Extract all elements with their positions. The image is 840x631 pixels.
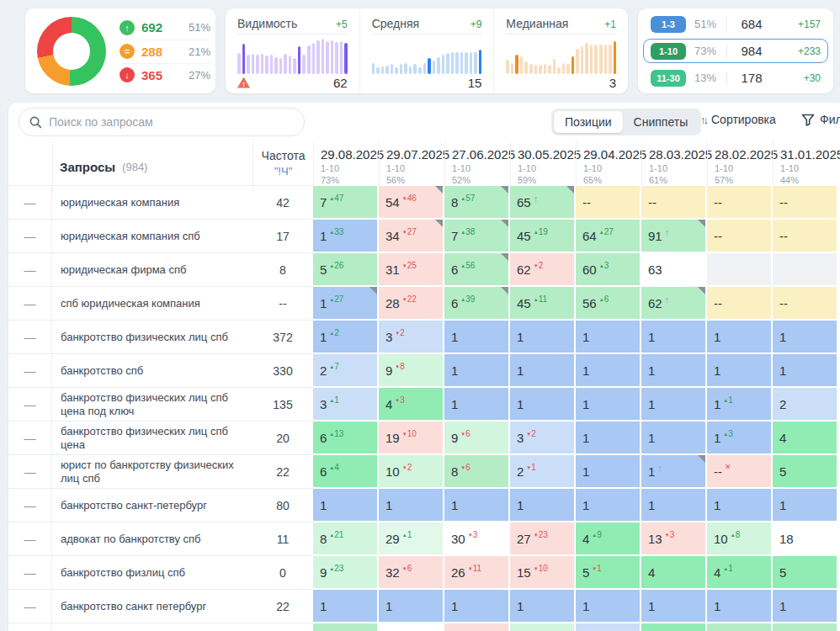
position-cell[interactable]: --	[707, 186, 771, 218]
position-cell[interactable]: 30▼3	[444, 522, 508, 554]
query-cell[interactable]: банкротство физлиц спб	[52, 555, 253, 589]
search-input[interactable]	[49, 115, 294, 129]
position-cell[interactable]: 1	[510, 590, 574, 622]
row-drag-handle[interactable]: —	[8, 522, 52, 555]
position-cell[interactable]: 10▼2	[379, 455, 443, 487]
query-cell[interactable]: юридическая фирма спб	[52, 252, 253, 286]
position-cell[interactable]: 27▼23	[510, 522, 574, 554]
position-cell[interactable]	[444, 623, 508, 631]
position-cell[interactable]: 62↑	[641, 287, 705, 319]
position-cell[interactable]: 1	[576, 590, 640, 622]
query-cell[interactable]: банкротство санкт-петербург	[52, 488, 253, 522]
metric-chart-медианная[interactable]: Медианная+13	[493, 8, 628, 93]
position-cell[interactable]: 1▲2	[313, 321, 377, 353]
sort-button[interactable]: ↑↓ Сортировка	[700, 113, 776, 126]
position-cell[interactable]: 60▲3	[576, 253, 640, 285]
position-cell[interactable]: --	[641, 186, 705, 218]
range-row-11-30[interactable]: 11-3013%178+30	[643, 66, 828, 90]
position-cell[interactable]: 1	[773, 354, 837, 386]
position-cell[interactable]	[576, 623, 640, 631]
position-cell[interactable]: 9▼6	[444, 422, 508, 453]
position-cell[interactable]: 13▼3	[641, 522, 705, 554]
search-box[interactable]	[19, 108, 305, 136]
position-cell[interactable]: 1	[510, 354, 574, 386]
position-cell[interactable]: 1	[641, 388, 705, 420]
row-drag-handle[interactable]: —	[8, 488, 52, 522]
position-cell[interactable]	[313, 623, 377, 631]
position-cell[interactable]: 1	[576, 455, 640, 487]
range-row-1-3[interactable]: 1-351%684+157	[643, 12, 828, 36]
position-cell[interactable]: 34▼27	[379, 220, 443, 252]
query-cell[interactable]: банкротство физических лиц спб цена под …	[52, 387, 253, 421]
position-cell[interactable]: 1	[510, 321, 574, 353]
position-cell[interactable]: 26▼11	[444, 556, 508, 588]
tab-позиции[interactable]: Позиции	[554, 111, 623, 133]
position-cell[interactable]	[773, 253, 837, 285]
row-drag-handle[interactable]: —	[8, 589, 52, 623]
position-cell[interactable]: 4▲1	[707, 556, 771, 588]
position-cell[interactable]: 28▼22	[379, 287, 443, 319]
position-cell[interactable]: 5▼1	[576, 556, 640, 588]
position-cell[interactable]: 4	[641, 556, 705, 588]
query-cell[interactable]: банкротство физических лиц спб	[52, 320, 253, 353]
row-drag-handle[interactable]: —	[8, 219, 52, 252]
position-cell[interactable]: --	[707, 220, 771, 252]
tab-сниппеты[interactable]: Сниппеты	[623, 111, 699, 133]
position-cell[interactable]: 32▼6	[379, 556, 443, 588]
position-cell[interactable]: --✕	[707, 455, 771, 487]
position-cell[interactable]: 4▼3	[379, 388, 443, 420]
position-cell[interactable]: 4▲9	[576, 522, 640, 554]
position-cell[interactable]: 2▲7	[313, 354, 377, 386]
position-cell[interactable]: 1	[641, 590, 705, 622]
row-drag-handle[interactable]: —	[8, 286, 52, 320]
position-cell[interactable]: 1	[444, 590, 508, 622]
position-cell[interactable]: 8▼6	[444, 455, 508, 487]
position-cell[interactable]: 65↑	[510, 186, 574, 218]
query-cell[interactable]: банкротство спб	[52, 353, 253, 387]
position-cell[interactable]: 1	[576, 422, 640, 453]
position-cell[interactable]: 4	[773, 422, 837, 453]
position-cell[interactable]: 1	[379, 489, 443, 521]
position-cell[interactable]: 63	[641, 253, 705, 285]
position-cell[interactable]: 56▲6	[576, 287, 640, 319]
row-drag-handle[interactable]: —	[8, 623, 52, 631]
position-cell[interactable]: --	[707, 287, 771, 319]
query-cell[interactable]: спб юридическая компания	[52, 286, 253, 320]
row-drag-handle[interactable]: —	[8, 185, 52, 219]
position-cell[interactable]: 1	[707, 321, 771, 353]
position-cell[interactable]: 1▲27	[313, 287, 377, 319]
position-cell[interactable]: 1	[576, 321, 640, 353]
position-cell[interactable]: 45▲11	[510, 287, 574, 319]
position-cell[interactable]: 1	[773, 321, 837, 353]
position-cell[interactable]: --	[773, 186, 837, 218]
position-cell[interactable]	[379, 623, 443, 631]
position-cell[interactable]: 91↑	[641, 220, 705, 252]
row-drag-handle[interactable]: —	[8, 252, 52, 286]
position-cell[interactable]: 6▲56	[444, 253, 508, 285]
position-cell[interactable]: 62▼2	[510, 253, 574, 285]
row-drag-handle[interactable]: —	[8, 353, 52, 387]
row-drag-handle[interactable]: —	[8, 387, 52, 421]
row-drag-handle[interactable]: —	[8, 555, 52, 589]
position-cell[interactable]: 1	[641, 321, 705, 353]
position-cell[interactable]: 1	[707, 489, 771, 521]
position-cell[interactable]: 1	[773, 489, 837, 521]
position-cell[interactable]: 1	[641, 422, 705, 453]
position-cell[interactable]: 1	[773, 590, 837, 622]
row-drag-handle[interactable]: —	[8, 320, 52, 353]
position-cell[interactable]: 3▼2	[379, 321, 443, 353]
position-cell[interactable]: 3▲1	[313, 388, 377, 420]
position-cell[interactable]: 1	[510, 489, 574, 521]
position-cell[interactable]: 64▲27	[576, 220, 640, 252]
position-cell[interactable]: 1	[379, 590, 443, 622]
position-cell[interactable]: 3▼2	[510, 422, 574, 453]
position-cell[interactable]: --	[773, 220, 837, 252]
position-cell[interactable]: 1	[444, 354, 508, 386]
query-cell[interactable]: банкротство физических лиц спб цена	[52, 421, 253, 454]
position-cell[interactable]: 6▲4	[313, 455, 377, 487]
position-cell[interactable]	[773, 623, 837, 631]
position-cell[interactable]: --	[576, 186, 640, 218]
position-cell[interactable]	[707, 623, 771, 631]
position-cell[interactable]: 7▲47	[313, 186, 377, 218]
position-cell[interactable]: 1▲3	[707, 422, 771, 453]
